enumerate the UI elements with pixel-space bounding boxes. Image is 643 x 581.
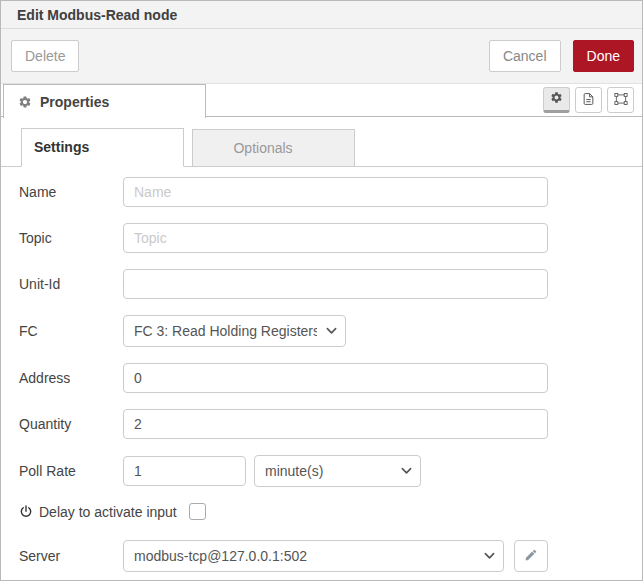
power-icon: [19, 504, 33, 519]
appearance-button[interactable]: [607, 87, 634, 113]
editor-tab-buttons: [543, 87, 634, 113]
dialog-title: Edit Modbus-Read node: [17, 7, 177, 23]
description-button[interactable]: [575, 87, 602, 113]
delay-row: Delay to activate input: [19, 503, 642, 520]
delay-checkbox[interactable]: [189, 503, 206, 520]
poll-rate-label: Poll Rate: [19, 463, 123, 479]
document-icon: [582, 92, 595, 109]
unit-id-label: Unit-Id: [19, 276, 123, 292]
delay-label: Delay to activate input: [39, 504, 177, 520]
name-label: Name: [19, 184, 123, 200]
fc-row: FC FC 3: Read Holding Registers: [19, 315, 642, 347]
delete-button[interactable]: Delete: [11, 40, 79, 72]
poll-rate-row: Poll Rate minute(s): [19, 455, 642, 487]
name-input[interactable]: [123, 177, 548, 207]
settings-tab-bar: Settings Optionals: [1, 128, 642, 167]
quantity-input[interactable]: [123, 409, 548, 439]
appearance-icon: [614, 92, 628, 109]
tab-properties-label: Properties: [40, 94, 109, 110]
pencil-icon: [524, 548, 538, 565]
unit-id-row: Unit-Id: [19, 269, 642, 299]
address-input[interactable]: [123, 363, 548, 393]
server-select[interactable]: modbus-tcp@127.0.0.1:502: [123, 540, 504, 572]
gear-icon: [550, 91, 563, 107]
server-label: Server: [19, 548, 123, 564]
topic-input[interactable]: [123, 223, 548, 253]
dialog-toolbar: Delete Cancel Done: [1, 29, 642, 84]
edit-node-dialog: Edit Modbus-Read node Delete Cancel Done…: [0, 0, 643, 581]
tab-properties[interactable]: Properties: [3, 84, 206, 118]
address-row: Address: [19, 363, 642, 393]
topic-label: Topic: [19, 230, 123, 246]
fc-label: FC: [19, 323, 123, 339]
gear-icon: [18, 95, 32, 109]
poll-rate-input[interactable]: [123, 456, 246, 486]
quantity-label: Quantity: [19, 416, 123, 432]
quantity-row: Quantity: [19, 409, 642, 439]
name-row: Name: [19, 177, 642, 207]
cancel-button[interactable]: Cancel: [489, 40, 561, 72]
poll-rate-unit-select[interactable]: minute(s): [254, 455, 421, 487]
topic-row: Topic: [19, 223, 642, 253]
unit-id-input[interactable]: [123, 269, 548, 299]
properties-gear-button[interactable]: [543, 87, 570, 113]
tab-settings[interactable]: Settings: [21, 128, 184, 167]
dialog-header: Edit Modbus-Read node: [1, 1, 642, 29]
settings-form: Name Topic Unit-Id FC FC 3: Read Holding…: [1, 167, 642, 572]
fc-select[interactable]: FC 3: Read Holding Registers: [123, 315, 346, 347]
tab-optionals[interactable]: Optionals: [192, 129, 355, 167]
done-button[interactable]: Done: [573, 40, 634, 72]
server-row: Server modbus-tcp@127.0.0.1:502: [19, 540, 642, 572]
editor-tab-bar: Properties: [1, 84, 642, 117]
edit-server-button[interactable]: [514, 540, 548, 572]
address-label: Address: [19, 370, 123, 386]
